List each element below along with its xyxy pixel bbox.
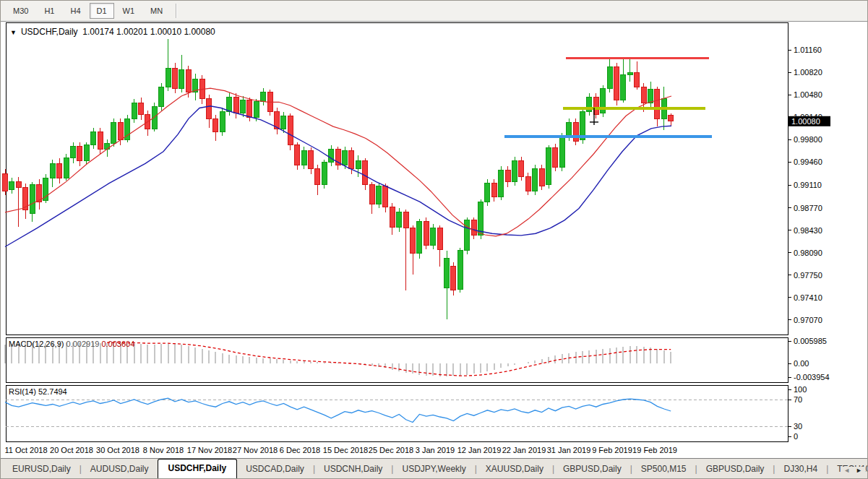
date-axis-label: 19 Feb 2019 bbox=[632, 446, 677, 454]
date-axis-label: 27 Nov 2018 bbox=[233, 446, 278, 454]
chart-tab-usdcnh-daily[interactable]: USDCNH,Daily bbox=[315, 460, 391, 478]
date-axis-label: 25 Dec 2018 bbox=[369, 446, 413, 454]
chart-tab-xauusd-daily[interactable]: XAUUSD,Daily bbox=[477, 460, 552, 478]
tab-scroll-left-icon[interactable]: ◄ bbox=[841, 467, 853, 474]
date-axis-label: 9 Feb 2019 bbox=[592, 446, 632, 454]
date-axis-label: 20 Oct 2018 bbox=[50, 446, 93, 454]
chart-tab-dj30-h4[interactable]: DJ30,H4 bbox=[775, 460, 826, 478]
tab-scroll-buttons: ◄► bbox=[841, 467, 865, 474]
chart-tab-usdcad-daily[interactable]: USDCAD,Daily bbox=[237, 460, 313, 478]
macd-axis-label: 0.005985 bbox=[794, 337, 827, 345]
chart-tab-eurusd-daily[interactable]: EURUSD,Daily bbox=[4, 460, 80, 478]
tab-scroll-right-icon[interactable]: ► bbox=[853, 467, 865, 474]
chart-canvas[interactable]: 1.011601.008201.004801.001400.998000.994… bbox=[1, 1, 868, 459]
rsi-name: RSI(14) bbox=[9, 387, 36, 396]
date-axis-label: 15 Dec 2018 bbox=[323, 446, 368, 454]
y-axis-label: 0.97070 bbox=[794, 316, 822, 324]
date-axis-label: 12 Jan 2019 bbox=[457, 446, 502, 454]
main-chart-panel bbox=[6, 22, 788, 335]
date-axis-label: 6 Dec 2018 bbox=[280, 446, 320, 454]
rsi-axis-label: 0 bbox=[794, 432, 798, 441]
chart-tab-gbpusd-daily[interactable]: GBPUSD,Daily bbox=[554, 460, 630, 478]
date-axis-label: 11 Oct 2018 bbox=[4, 446, 47, 454]
rsi-label: RSI(14) 52.7494 bbox=[9, 387, 67, 396]
y-axis-label: 0.99800 bbox=[794, 135, 822, 144]
chart-tab-audusd-daily[interactable]: AUDUSD,Daily bbox=[82, 460, 158, 478]
date-axis-label: 3 Jan 2019 bbox=[416, 446, 455, 454]
date-axis-label: 31 Jan 2019 bbox=[547, 446, 591, 454]
chart-tab-usdjpy-weekly[interactable]: USDJPY,Weekly bbox=[393, 460, 474, 478]
date-axis-label: 8 Nov 2018 bbox=[143, 446, 184, 454]
date-axis-label: 30 Oct 2018 bbox=[96, 446, 139, 454]
macd-label: MACD(12,26,9) 0.002919 0.003604 bbox=[9, 340, 134, 348]
y-axis-label: 0.99460 bbox=[794, 157, 822, 166]
chart-tab-sp500-m15[interactable]: SP500,M15 bbox=[632, 460, 695, 478]
rsi-axis-label: 70 bbox=[794, 395, 802, 404]
macd-signal-value: 0.003604 bbox=[101, 340, 134, 348]
date-axis-label: 17 Nov 2018 bbox=[187, 446, 232, 454]
macd-name: MACD(12,26,9) bbox=[9, 340, 64, 348]
y-axis-label: 0.98430 bbox=[794, 226, 822, 235]
chart-tab-bar: EURUSD,Daily|AUDUSD,DailyUSDCHF,DailyUSD… bbox=[1, 458, 867, 478]
y-axis-label: 0.98770 bbox=[794, 204, 822, 212]
mt4-window: M30H1H4D1W1MN 1.011601.008201.004801.001… bbox=[0, 0, 868, 479]
y-axis-label: 0.97750 bbox=[794, 271, 822, 280]
ohlc-quote: 1.00174 1.00201 1.00010 1.00080 bbox=[82, 27, 215, 37]
macd-axis-label: 0.00 bbox=[794, 359, 809, 368]
y-axis-label: 0.97410 bbox=[794, 293, 822, 302]
chart-tab-gbpusd-daily[interactable]: GBPUSD,Daily bbox=[697, 460, 773, 478]
y-axis-label: 0.99110 bbox=[794, 181, 822, 189]
rsi-axis-label: 100 bbox=[794, 385, 807, 394]
rsi-panel bbox=[6, 385, 788, 441]
chart-tab-usdchf-daily[interactable]: USDCHF,Daily bbox=[158, 459, 238, 478]
macd-main-value: 0.002919 bbox=[66, 340, 99, 348]
rsi-value: 52.7494 bbox=[38, 387, 67, 396]
y-axis-label: 1.01160 bbox=[794, 46, 822, 54]
rsi-axis-label: 30 bbox=[794, 422, 802, 431]
date-axis-label: 22 Jan 2019 bbox=[502, 446, 546, 454]
macd-axis-label: -0.003954 bbox=[794, 373, 830, 381]
y-axis-label: 0.98090 bbox=[794, 249, 822, 257]
y-axis-label: 1.00480 bbox=[794, 90, 822, 99]
current-price-text: 1.00080 bbox=[791, 117, 820, 126]
chart-dropdown-icon[interactable]: ▼ bbox=[10, 29, 17, 36]
symbol-period-label: USDCHF,Daily bbox=[21, 27, 78, 37]
y-axis-label: 1.00820 bbox=[794, 68, 822, 77]
chart-title: ▼USDCHF,Daily 1.00174 1.00201 1.00010 1.… bbox=[10, 27, 215, 37]
